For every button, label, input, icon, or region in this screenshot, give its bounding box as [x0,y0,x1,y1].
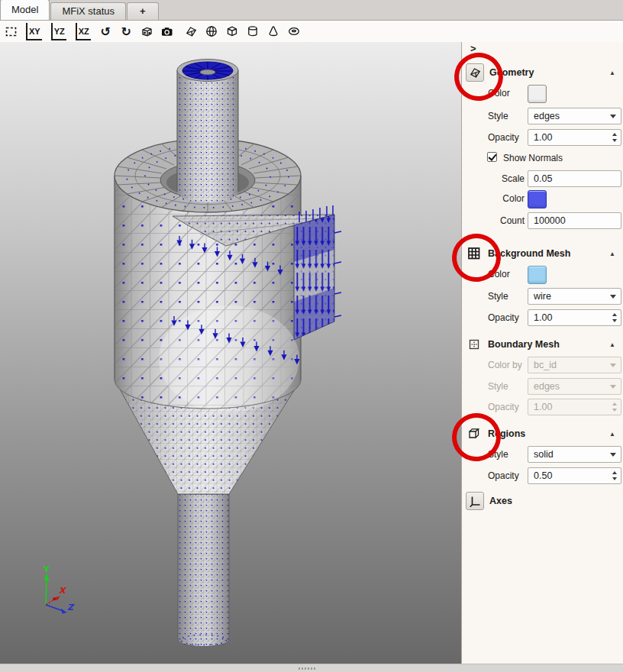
visibility-side-panel: > Geometry ▲ Color Style edges Opacity [461,42,623,664]
normals-count-input[interactable]: 100000 [528,212,621,229]
tab-mfix-status[interactable]: MFiX status [50,2,126,20]
regions-cube-icon[interactable] [466,425,483,443]
tab-bar: Model MFiX status + [0,0,623,21]
regions-style-dropdown[interactable]: solid [528,446,621,463]
background-mesh-opacity-value: 1.00 [534,312,552,323]
view-xy-button[interactable]: XY [26,23,42,40]
chevron-down-icon [610,115,616,118]
normals-color-swatch[interactable] [528,190,547,208]
normals-scale-input[interactable]: 0.05 [528,170,621,187]
background-mesh-color-row: Color [462,266,623,283]
vtk-toolbar: XY YZ XZ ↺ ↻ [0,21,623,42]
geometry-style-row: Style edges [462,108,623,124]
background-mesh-style-value: wire [534,291,551,302]
reset-view-icon[interactable] [4,24,18,39]
bottom-splitter-strip [0,664,623,672]
opacity-label: Opacity [488,309,519,326]
normals-color-row: Color [462,190,623,207]
background-mesh-grid-icon[interactable] [466,244,483,263]
chevron-down-icon [610,295,616,299]
torus-icon[interactable] [287,24,302,39]
show-normals-row: Show Normals [462,150,623,166]
y-axis-label: Y [43,564,50,574]
geometry-icon [469,66,482,79]
spin-up-icon[interactable] [612,133,617,136]
collapse-arrow-icon[interactable]: ▲ [609,69,615,76]
opacity-label: Opacity [488,399,519,415]
collapse-arrow-icon[interactable]: ▲ [609,341,615,348]
background-mesh-opacity-spinbox[interactable]: 1.00 [528,309,621,326]
background-mesh-color-swatch[interactable] [528,266,547,284]
view-yz-button[interactable]: YZ [51,23,66,40]
color-by-label: Color by [488,357,522,373]
regions-opacity-row: Opacity 0.50 [462,467,623,484]
spin-up-icon[interactable] [612,471,617,474]
rotate-ccw-icon[interactable]: ↺ [98,24,113,39]
regions-opacity-spinbox[interactable]: 0.50 [528,467,621,484]
boundary-mesh-icon[interactable] [466,335,483,354]
boundary-mesh-opacity-spinbox: 1.00 [528,399,621,415]
boundary-mesh-style-dropdown: edges [528,378,621,395]
regions-style-value: solid [534,449,554,460]
tab-new[interactable]: + [127,2,159,20]
spin-down-icon[interactable] [612,139,617,142]
view-xz-button[interactable]: XZ [76,23,91,40]
chevron-down-icon [610,385,616,389]
panel-collapse-chevron[interactable]: > [470,43,476,54]
mfix-window: { "tabbar": { "tabs": [ {"label": "Model… [0,0,623,672]
geometry-color-swatch[interactable] [528,85,547,103]
splitter-grip[interactable] [299,667,315,670]
scale-label: Scale [462,170,525,187]
tab-model[interactable]: Model [0,0,50,20]
show-normals-checkbox[interactable] [487,152,497,162]
geometry-style-value: edges [534,111,560,121]
checkmark-icon [488,152,496,161]
boundary-mesh-color-by-value: bc_id [534,360,557,370]
geometry-style-dropdown[interactable]: edges [528,108,621,124]
background-mesh-section-header: Background Mesh ▲ [466,244,620,263]
spin-down-icon[interactable] [612,477,617,480]
boundary-mesh-opacity-row: Opacity 1.00 [462,399,623,415]
collapse-arrow-icon[interactable]: ▲ [609,250,615,257]
box-icon[interactable] [225,24,240,39]
perspective-icon[interactable] [140,24,154,39]
style-label: Style [488,288,508,305]
geometry-opacity-spinbox[interactable]: 1.00 [528,129,621,146]
style-label: Style [488,108,508,124]
rotate-cw-icon[interactable]: ↻ [119,24,134,39]
normals-count-row: Count 100000 [462,212,623,229]
normals-scale-row: Scale 0.05 [462,170,623,187]
toggle-geometry-icon[interactable] [184,24,199,39]
chevron-down-icon [610,363,616,367]
geometry-section-title: Geometry [489,67,609,78]
geometry-visibility-button[interactable] [466,63,484,82]
geometry-section-header: Geometry ▲ [466,63,620,82]
sphere-icon[interactable] [205,24,219,39]
boundary-mesh-opacity-value: 1.00 [534,402,552,412]
background-mesh-style-dropdown[interactable]: wire [528,288,621,305]
regions-style-row: Style solid [462,446,623,463]
regions-section-title: Regions [488,428,609,439]
spin-up-icon [612,402,617,405]
chevron-down-icon [610,453,616,457]
collapse-arrow-icon[interactable]: ▲ [609,431,615,438]
opacity-label: Opacity [488,467,519,484]
spin-up-icon[interactable] [612,313,617,316]
geometry-opacity-value: 1.00 [534,132,552,143]
cone-icon[interactable] [266,24,281,39]
screenshot-camera-icon[interactable] [160,24,175,39]
boundary-mesh-section-title: Boundary Mesh [488,339,609,350]
cylinder-icon[interactable] [246,24,260,39]
normals-scale-value: 0.05 [534,173,552,184]
geometry-color-row: Color [462,85,623,102]
color-label: Color [488,85,510,102]
vtk-3d-viewport[interactable]: Y X Z [0,42,461,664]
spin-down-icon[interactable] [612,319,617,322]
regions-section-header: Regions ▲ [466,425,620,443]
axes-section-header: Axes [466,492,620,510]
viewport-3d-canvas[interactable]: Y X Z [0,42,461,664]
axes-toggle-button[interactable] [466,492,484,510]
background-mesh-section-title: Background Mesh [488,248,609,259]
vortex-finder [177,60,238,203]
spin-down-icon [612,409,617,412]
